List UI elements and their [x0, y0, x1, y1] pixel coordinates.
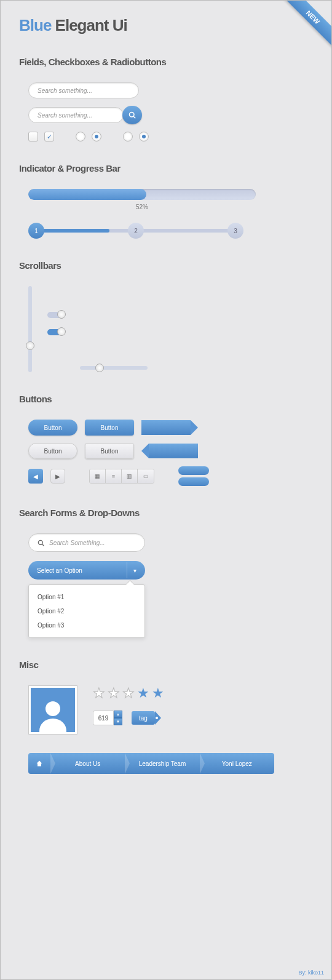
search-placeholder-1: Search something...: [38, 87, 92, 94]
radio-checked-2[interactable]: [139, 132, 149, 141]
toggle-off[interactable]: [47, 312, 65, 318]
star-icon: ★: [93, 685, 105, 701]
search-icon: [128, 111, 136, 119]
dropdown-option-1[interactable]: Option #1: [29, 590, 144, 604]
dropdown-option-2[interactable]: Option #2: [29, 604, 144, 618]
section-fields-heading: Fields, Checkboxes & Radiobuttons: [19, 57, 313, 67]
grid-view-icon[interactable]: ▦: [90, 469, 106, 483]
title-blue: Blue: [19, 16, 51, 34]
button-gray-rect[interactable]: Button: [85, 443, 134, 459]
number-stepper[interactable]: 619 ▲ ▼: [93, 711, 122, 725]
breadcrumb-item-3[interactable]: Yoni Lopez: [200, 753, 274, 774]
tag-label: tag: [139, 715, 148, 722]
star-icon: ★: [108, 685, 120, 701]
prev-button[interactable]: ◀: [28, 469, 43, 484]
breadcrumb-item-2[interactable]: Leadership Team: [125, 753, 199, 774]
pill-button-2[interactable]: [178, 477, 209, 486]
avatar-silhouette: [31, 688, 75, 732]
button-blue-pill-1[interactable]: Button: [28, 420, 77, 436]
list-view-icon[interactable]: ≡: [106, 469, 122, 483]
section-buttons-heading: Buttons: [19, 394, 313, 404]
stepper-down[interactable]: ▼: [114, 718, 122, 725]
step-1[interactable]: 1: [28, 223, 44, 239]
tag[interactable]: tag: [132, 711, 155, 725]
checkbox-unchecked[interactable]: [28, 132, 38, 141]
avatar: [28, 685, 77, 735]
home-icon: [36, 760, 43, 767]
toggle-on[interactable]: [47, 329, 65, 335]
ribbon-label: NEW: [282, 1, 331, 48]
view-switcher: ▦ ≡ ▥ ▭: [89, 469, 154, 484]
checkbox-checked[interactable]: ✓: [44, 132, 54, 141]
slider-thumb[interactable]: [95, 364, 104, 372]
button-blue-rect[interactable]: Button: [85, 420, 134, 436]
search-input-2[interactable]: Search something...: [28, 107, 124, 123]
search-input-1[interactable]: Search something...: [28, 82, 139, 98]
search-icon: [38, 540, 44, 546]
svg-point-4: [45, 701, 60, 716]
star-rating[interactable]: ★ ★ ★ ★ ★: [93, 685, 164, 701]
dropdown-panel: Option #1 Option #2 Option #3: [28, 584, 145, 638]
chevron-down-icon: ▾: [127, 562, 143, 578]
breadcrumb: About Us Leadership Team Yoni Lopez: [28, 753, 274, 774]
title-rest: Elegant Ui: [55, 16, 127, 34]
stepper-up[interactable]: ▲: [114, 711, 122, 718]
dropdown-label: Select an Option: [37, 567, 82, 574]
breadcrumb-item-1[interactable]: About Us: [50, 753, 125, 774]
arrow-button-left[interactable]: [149, 444, 198, 458]
star-icon: ★: [122, 685, 135, 701]
step-3[interactable]: 3: [227, 223, 243, 239]
section-progress-heading: Indicator & Progress Bar: [19, 163, 313, 173]
vertical-scrollbar-1[interactable]: [28, 286, 32, 372]
star-icon: ★: [137, 685, 149, 701]
step-track-fill: [36, 229, 109, 233]
search-input-wide[interactable]: Search Something...: [28, 533, 145, 552]
step-2[interactable]: 2: [128, 223, 144, 239]
svg-point-0: [130, 113, 135, 118]
radio-unchecked-1[interactable]: [76, 132, 85, 141]
breadcrumb-home[interactable]: [28, 753, 50, 774]
search-placeholder-3: Search Something...: [49, 540, 105, 546]
svg-line-1: [133, 116, 135, 118]
credit: By: kiko11: [298, 970, 324, 976]
horizontal-slider[interactable]: [80, 366, 148, 370]
svg-line-3: [42, 544, 44, 546]
star-icon: ★: [152, 685, 164, 701]
pill-button-1[interactable]: [178, 466, 209, 475]
svg-point-5: [39, 719, 66, 732]
section-scrollbars-heading: Scrollbars: [19, 260, 313, 271]
search-placeholder-2: Search something...: [38, 112, 92, 119]
step-indicator: 1 2 3: [28, 223, 243, 239]
arrow-button-right[interactable]: [141, 420, 191, 435]
button-gray-pill[interactable]: Button: [28, 443, 77, 459]
column-view-icon[interactable]: ▥: [122, 469, 138, 483]
page-title: Blue Elegant Ui: [19, 16, 313, 35]
new-ribbon: NEW: [282, 1, 331, 50]
toggle-knob[interactable]: [57, 310, 66, 319]
next-button[interactable]: ▶: [50, 469, 65, 484]
search-button[interactable]: [122, 106, 142, 124]
progress-fill: [28, 189, 146, 200]
radio-checked-1[interactable]: [92, 132, 101, 141]
section-search-heading: Search Forms & Drop-Downs: [19, 508, 313, 518]
dropdown-select[interactable]: Select an Option ▾: [28, 561, 145, 580]
card-view-icon[interactable]: ▭: [138, 469, 154, 483]
progress-bar: [28, 189, 256, 200]
progress-label: 52%: [28, 204, 256, 210]
scroll-thumb[interactable]: [26, 341, 34, 350]
stepper-value: 619: [93, 711, 114, 725]
svg-point-2: [38, 540, 42, 544]
toggle-knob[interactable]: [57, 327, 66, 336]
radio-unchecked-2[interactable]: [123, 132, 133, 141]
section-misc-heading: Misc: [19, 659, 313, 670]
dropdown-option-3[interactable]: Option #3: [29, 618, 144, 632]
